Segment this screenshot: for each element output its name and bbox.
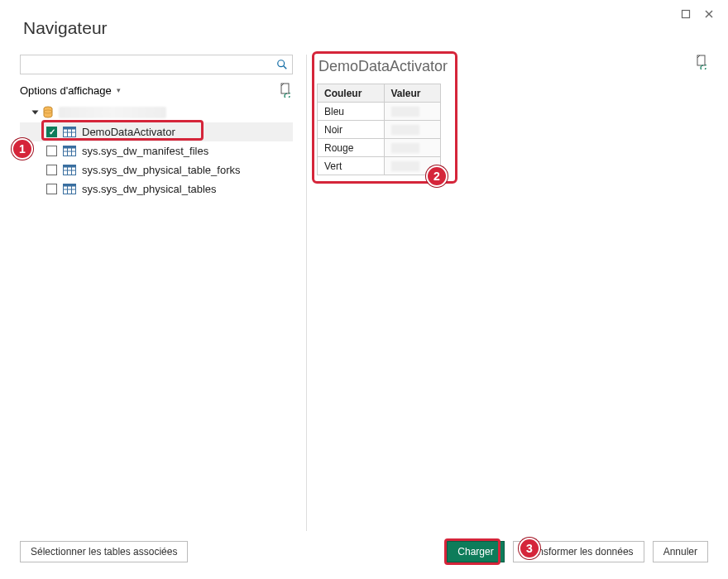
cell (384, 103, 441, 121)
chevron-down-icon: ▾ (117, 86, 121, 94)
tree-item-label: sys.sys_dw_physical_tables (82, 183, 217, 195)
select-related-tables-button[interactable]: Sélectionner les tables associées (20, 541, 188, 562)
cell: Rouge (318, 139, 385, 157)
pane-divider[interactable] (306, 55, 307, 531)
checkbox[interactable] (46, 146, 57, 156)
export-icon[interactable] (695, 55, 708, 72)
refresh-icon[interactable] (278, 83, 293, 98)
column-header[interactable]: Couleur (318, 84, 385, 103)
maximize-button[interactable] (678, 7, 693, 22)
caret-icon[interactable] (32, 111, 39, 115)
search-input[interactable] (20, 55, 293, 74)
cell (384, 157, 441, 175)
display-options-dropdown[interactable]: Options d'affichage ▾ (20, 84, 121, 97)
database-icon (42, 106, 54, 119)
cell (384, 139, 441, 157)
tree-item-physical-table-forks[interactable]: sys.sys_dw_physical_table_forks (20, 160, 293, 179)
cell (384, 121, 441, 139)
svg-rect-10 (64, 127, 76, 130)
column-header[interactable]: Valeur (384, 84, 441, 103)
cell: Vert (318, 157, 385, 175)
tree-item-demodataactivator[interactable]: DemoDataActivator (20, 122, 293, 141)
database-name-redacted (59, 107, 166, 118)
page-title: Navigateur (23, 18, 708, 38)
table-row[interactable]: Bleu (318, 103, 441, 121)
search-icon[interactable] (275, 57, 290, 72)
table-icon (63, 146, 76, 156)
preview-table: Couleur Valeur Bleu Noir Rouge Vert (317, 84, 441, 175)
table-row[interactable]: Vert (318, 157, 441, 175)
preview-title: DemoDataActivator (318, 58, 457, 75)
svg-rect-20 (64, 165, 76, 168)
tree-item-label: sys.sys_dw_physical_table_forks (82, 164, 240, 176)
table-icon (63, 127, 76, 137)
table-icon (63, 165, 76, 175)
svg-rect-0 (682, 11, 690, 18)
cell: Noir (318, 121, 385, 139)
tree-item-label: sys.sys_dw_manifest_files (82, 145, 208, 157)
table-icon (63, 184, 76, 194)
tree-item-label: DemoDataActivator (82, 126, 175, 138)
svg-point-3 (278, 60, 285, 67)
checkbox[interactable] (46, 184, 57, 194)
svg-line-4 (284, 66, 287, 69)
table-row[interactable]: Noir (318, 121, 441, 139)
svg-rect-25 (64, 184, 76, 187)
tree-item-manifest-files[interactable]: sys.sys_dw_manifest_files (20, 141, 293, 160)
cancel-button[interactable]: Annuler (653, 541, 708, 562)
checkbox[interactable] (46, 127, 57, 137)
table-row[interactable]: Rouge (318, 139, 441, 157)
cell: Bleu (318, 103, 385, 121)
load-button[interactable]: Charger (447, 541, 504, 562)
display-options-label: Options d'affichage (20, 84, 112, 97)
tree-root[interactable] (20, 103, 293, 122)
tree-item-physical-tables[interactable]: sys.sys_dw_physical_tables (20, 179, 293, 199)
tree-view[interactable]: DemoDataActivator sys.sys_dw_manifest_fi… (20, 103, 293, 531)
transform-data-button[interactable]: Transformer les données (513, 541, 644, 562)
svg-rect-15 (64, 146, 76, 149)
close-button[interactable] (702, 7, 716, 22)
checkbox[interactable] (46, 165, 57, 175)
